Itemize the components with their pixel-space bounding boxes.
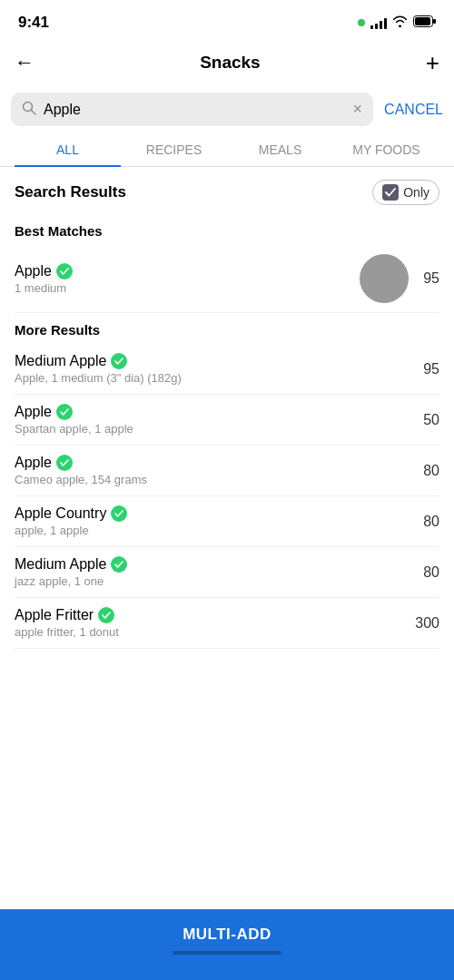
- multi-add-label: MULTI-ADD: [183, 926, 271, 943]
- food-subtitle: Spartan apple, 1 apple: [15, 422, 423, 436]
- food-name: Apple Country: [15, 505, 106, 522]
- food-name: Apple: [15, 263, 52, 279]
- food-item-1[interactable]: Apple Spartan apple, 1 apple 50: [15, 395, 439, 446]
- food-item-3[interactable]: Apple Country apple, 1 apple 80: [15, 496, 439, 547]
- food-calories: 300: [415, 615, 439, 632]
- food-item-info: Medium Apple jazz apple, 1 one: [15, 556, 423, 588]
- add-button[interactable]: +: [426, 49, 439, 77]
- results-title: Search Results: [15, 183, 126, 201]
- tab-meals[interactable]: MEALS: [227, 133, 333, 166]
- battery-icon: [413, 15, 436, 31]
- food-item-5[interactable]: Apple Fritter apple fritter, 1 donut 300: [15, 598, 439, 649]
- tabs-container: ALL RECIPES MEALS MY FOODS: [0, 133, 454, 167]
- more-results-section-header: More Results: [15, 313, 439, 344]
- only-label: Only: [403, 185, 429, 200]
- verified-badge: [56, 263, 73, 279]
- svg-line-4: [32, 110, 36, 114]
- nav-bar: ← Snacks +: [0, 40, 454, 85]
- home-indicator: [173, 951, 281, 955]
- search-icon: [22, 101, 36, 119]
- cancel-button[interactable]: CANCEL: [380, 102, 443, 118]
- svg-rect-1: [433, 19, 436, 24]
- food-name: Apple: [15, 404, 52, 420]
- best-match-item[interactable]: Apple 1 medium 95: [15, 245, 439, 313]
- verified-badge: [98, 607, 114, 623]
- best-matches-section-header: Best Matches: [15, 214, 439, 245]
- food-name: Apple Fritter: [15, 607, 94, 623]
- signal-bars: [370, 16, 387, 29]
- verified-badge: [111, 556, 127, 573]
- wifi-icon: [392, 15, 408, 31]
- verified-badge: [111, 353, 127, 369]
- food-subtitle: jazz apple, 1 one: [15, 574, 423, 588]
- food-item-info: Apple Country apple, 1 apple: [15, 505, 423, 537]
- food-subtitle: Cameo apple, 154 grams: [15, 473, 423, 486]
- food-thumbnail: [360, 254, 409, 303]
- food-item-info: Medium Apple Apple, 1 medium (3" dia) (1…: [15, 353, 423, 385]
- status-bar: 9:41: [0, 0, 454, 40]
- results-header: Search Results Only: [15, 167, 439, 214]
- search-container: Apple × CANCEL: [0, 85, 454, 133]
- food-calories: 80: [423, 463, 439, 479]
- food-calories: 80: [423, 564, 439, 581]
- multi-add-footer[interactable]: MULTI-ADD: [0, 909, 454, 980]
- tab-recipes[interactable]: RECIPES: [121, 133, 227, 166]
- green-dot: [358, 19, 365, 26]
- food-name: Medium Apple: [15, 353, 106, 369]
- best-match-info: Apple 1 medium: [15, 263, 345, 295]
- food-subtitle: Apple, 1 medium (3" dia) (182g): [15, 371, 423, 385]
- food-name: Medium Apple: [15, 556, 106, 573]
- food-item-2[interactable]: Apple Cameo apple, 154 grams 80: [15, 446, 439, 496]
- food-subtitle: apple fritter, 1 donut: [15, 625, 415, 639]
- tab-myfoods[interactable]: MY FOODS: [333, 133, 439, 166]
- tab-all[interactable]: ALL: [15, 133, 121, 166]
- verified-badge: [111, 505, 127, 522]
- only-check-icon: [382, 184, 399, 201]
- food-calories: 50: [423, 412, 439, 428]
- back-button[interactable]: ←: [15, 51, 35, 74]
- food-calories: 95: [423, 361, 439, 377]
- best-matches-label: Best Matches: [15, 223, 103, 239]
- food-calories: 95: [423, 270, 439, 287]
- food-item-info: Apple Fritter apple fritter, 1 donut: [15, 607, 415, 639]
- content-area: Search Results Only Best Matches Apple: [0, 167, 454, 740]
- search-input[interactable]: Apple: [44, 102, 346, 118]
- food-item-info: Apple Spartan apple, 1 apple: [15, 404, 423, 436]
- only-filter-button[interactable]: Only: [372, 180, 439, 205]
- food-name: Apple: [15, 455, 52, 471]
- svg-rect-2: [415, 17, 430, 25]
- food-item-info: Apple Cameo apple, 154 grams: [15, 455, 423, 486]
- food-subtitle: apple, 1 apple: [15, 524, 423, 537]
- more-results-label: More Results: [15, 322, 100, 338]
- search-clear-button[interactable]: ×: [353, 100, 363, 119]
- verified-badge: [56, 455, 73, 471]
- verified-badge: [56, 404, 73, 420]
- page-title: Snacks: [200, 53, 261, 73]
- food-subtitle: 1 medium: [15, 281, 345, 295]
- food-item-4[interactable]: Medium Apple jazz apple, 1 one 80: [15, 547, 439, 598]
- search-bar[interactable]: Apple ×: [11, 93, 373, 126]
- food-item-0[interactable]: Medium Apple Apple, 1 medium (3" dia) (1…: [15, 344, 439, 395]
- status-time: 9:41: [18, 14, 49, 32]
- food-calories: 80: [423, 514, 439, 530]
